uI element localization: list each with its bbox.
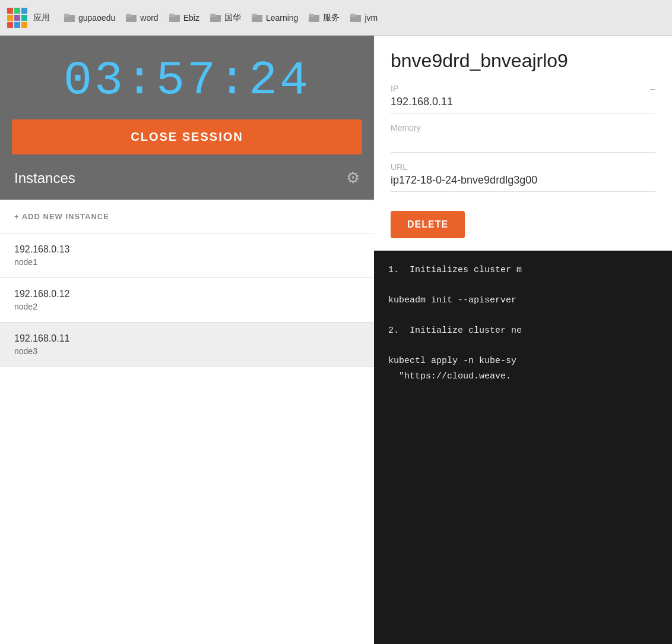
- terminal-line: 1. Initializes cluster m: [388, 263, 658, 278]
- close-session-button[interactable]: CLOSE SESSION: [12, 119, 362, 154]
- nav-item-word[interactable]: word: [126, 13, 158, 23]
- detail-card: bnve9drd_bnveajrlo9 IP – 192.168.0.11 Me…: [374, 36, 672, 251]
- url-row: URL ip172-18-0-24-bnve9drdlg3g00: [391, 162, 655, 192]
- terminal-line: "https://cloud.weave.: [388, 369, 658, 384]
- folder-icon: [210, 14, 221, 22]
- nav-item-ebiz[interactable]: Ebiz: [169, 13, 199, 23]
- nav-apps-label[interactable]: 应用: [33, 12, 50, 23]
- instances-title: Instances: [14, 170, 75, 187]
- nav-item-guohua[interactable]: 国华: [210, 12, 241, 23]
- left-panel: 03:57:24 CLOSE SESSION Instances ⚙ + ADD…: [0, 36, 374, 644]
- terminal-line: kubectl apply -n kube-sy: [388, 353, 658, 369]
- ip-label: IP: [391, 84, 398, 93]
- right-panel: bnve9drd_bnveajrlo9 IP – 192.168.0.11 Me…: [374, 36, 672, 644]
- url-label: URL: [391, 162, 655, 172]
- terminal-line: [388, 308, 658, 324]
- browser-bar: 应用 gupaoedu word Ebiz 国华 Learning 服务 jvm: [0, 0, 672, 36]
- ip-dash: –: [650, 84, 655, 94]
- terminal-line: kubeadm init --apiserver: [388, 293, 658, 308]
- nav-label-word: word: [140, 13, 158, 23]
- timer-display: 03:57:24: [12, 53, 362, 108]
- nav-item-service[interactable]: 服务: [309, 12, 340, 23]
- instance-ip-node3: 192.168.0.11: [14, 333, 360, 344]
- main-layout: 03:57:24 CLOSE SESSION Instances ⚙ + ADD…: [0, 36, 672, 644]
- instance-item-node3[interactable]: 192.168.0.11 node3: [0, 323, 374, 367]
- terminal-line: 2. Initialize cluster ne: [388, 323, 658, 339]
- instance-name-node2: node2: [14, 302, 360, 311]
- ip-row: IP – 192.168.0.11: [391, 84, 655, 113]
- url-value: ip172-18-0-24-bnve9drdlg3g00: [391, 174, 655, 192]
- nav-item-jvm[interactable]: jvm: [350, 13, 378, 23]
- terminal-panel: 1. Initializes cluster m kubeadm init --…: [374, 251, 672, 644]
- instances-list: + ADD NEW INSTANCE 192.168.0.13 node1 19…: [0, 200, 374, 644]
- nav-label-service: 服务: [323, 12, 340, 23]
- gear-icon[interactable]: ⚙: [346, 169, 360, 187]
- nav-label-learning: Learning: [266, 13, 299, 23]
- nav-item-learning[interactable]: Learning: [252, 13, 299, 23]
- terminal-line: [388, 339, 658, 354]
- instance-ip-node2: 192.168.0.12: [14, 289, 360, 299]
- memory-label: Memory: [391, 123, 655, 132]
- terminal-line: [388, 278, 658, 293]
- folder-icon: [126, 14, 137, 22]
- nav-label-jvm: jvm: [364, 13, 378, 23]
- folder-icon: [64, 14, 75, 22]
- folder-icon: [252, 14, 262, 22]
- nav-label-guohua: 国华: [224, 12, 241, 23]
- instance-name-node3: node3: [14, 346, 360, 356]
- nav-item-gupaoedu[interactable]: gupaoedu: [64, 13, 115, 23]
- apps-section: 应用: [7, 8, 50, 28]
- instance-item-node1[interactable]: 192.168.0.13 node1: [0, 233, 374, 278]
- timer-section: 03:57:24: [0, 36, 374, 119]
- memory-value: [391, 135, 655, 153]
- instances-header: Instances ⚙: [0, 154, 374, 199]
- app-grid-icon: [7, 8, 27, 28]
- instance-detail-title: bnve9drd_bnveajrlo9: [391, 50, 655, 72]
- folder-icon: [309, 14, 319, 22]
- instance-name-node1: node1: [14, 257, 360, 267]
- instance-ip-node1: 192.168.0.13: [14, 244, 360, 255]
- memory-row: Memory: [391, 123, 655, 153]
- nav-label-ebiz: Ebiz: [183, 13, 199, 23]
- ip-value: 192.168.0.11: [391, 96, 655, 113]
- folder-icon: [169, 14, 180, 22]
- instance-item-node2[interactable]: 192.168.0.12 node2: [0, 278, 374, 323]
- nav-label-gupaoedu: gupaoedu: [78, 13, 115, 23]
- delete-button[interactable]: DELETE: [391, 211, 465, 238]
- folder-icon: [350, 14, 361, 22]
- add-instance-button[interactable]: + ADD NEW INSTANCE: [0, 200, 374, 233]
